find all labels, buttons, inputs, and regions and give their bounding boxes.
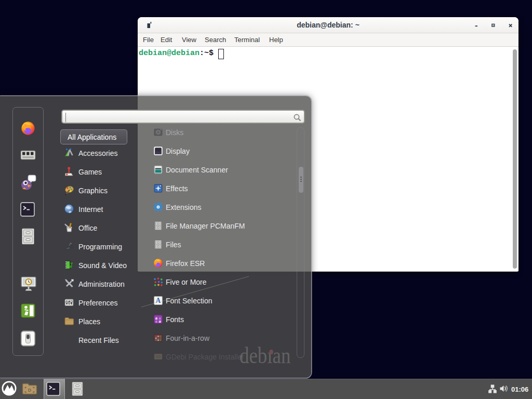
svg-text:D: D: [28, 388, 31, 393]
